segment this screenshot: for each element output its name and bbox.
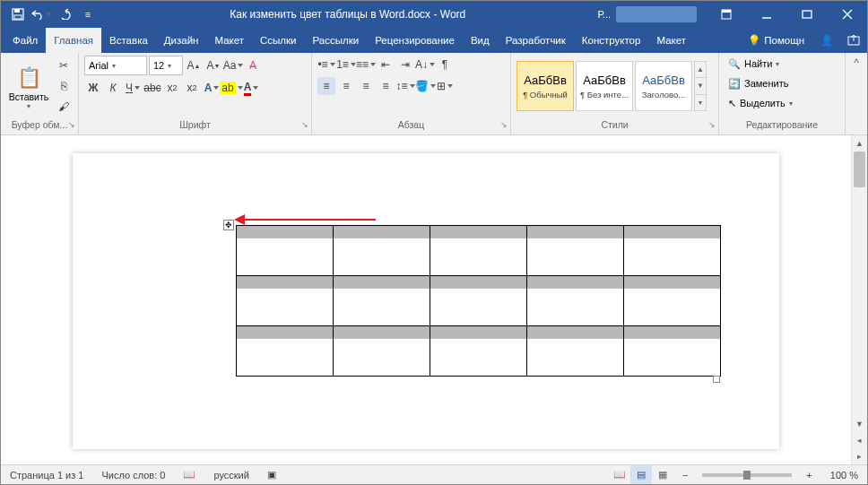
numbering-button[interactable]: 1≡: [337, 56, 355, 74]
select-label: Выделить: [740, 98, 786, 108]
tab-review[interactable]: Рецензирование: [367, 28, 463, 53]
styles-down[interactable]: ▼: [695, 78, 706, 94]
tab-table-layout[interactable]: Макет: [648, 28, 694, 53]
ribbon-display-options[interactable]: [706, 1, 746, 28]
font-family-combo[interactable]: Arial▾: [84, 56, 147, 75]
next-page-button[interactable]: ▸: [852, 448, 867, 464]
style-normal[interactable]: АаБбВв ¶ Обычный: [516, 61, 574, 111]
table-row[interactable]: [237, 276, 721, 326]
strikethrough-button[interactable]: abc: [143, 79, 161, 97]
style-preview: АаБбВв: [524, 74, 567, 87]
table-row[interactable]: [237, 226, 721, 276]
tab-design[interactable]: Дизайн: [156, 28, 207, 53]
bullets-button[interactable]: •≡: [317, 56, 335, 74]
copy-button[interactable]: ⎘: [55, 77, 73, 95]
language-indicator[interactable]: русский: [204, 470, 257, 481]
page-indicator[interactable]: Страница 1 из 1: [1, 470, 92, 481]
scroll-down-button[interactable]: ▼: [852, 416, 867, 432]
zoom-out-button[interactable]: −: [673, 470, 697, 481]
font-color-button[interactable]: A: [242, 79, 260, 97]
tab-insert[interactable]: Вставка: [101, 28, 156, 53]
style-heading1[interactable]: АаБбВв Заголово...: [635, 61, 692, 111]
document-area[interactable]: ✥: [1, 135, 851, 464]
share-button[interactable]: [840, 34, 867, 47]
scroll-thumb[interactable]: [854, 152, 865, 187]
grow-font-button[interactable]: A▲: [185, 56, 203, 74]
paste-button[interactable]: 📋 Вставить ▾: [6, 56, 51, 117]
tab-mailings[interactable]: Рассылки: [305, 28, 368, 53]
justify-button[interactable]: ≡: [377, 77, 395, 95]
align-center-button[interactable]: ≡: [337, 77, 355, 95]
maximize-button[interactable]: [786, 1, 827, 28]
save-button[interactable]: [8, 4, 28, 24]
word-count[interactable]: Число слов: 0: [92, 470, 174, 481]
font-size-combo[interactable]: 12▾: [149, 56, 183, 75]
shading-button[interactable]: 🪣: [416, 77, 434, 95]
table-resize-handle[interactable]: [713, 376, 720, 383]
shrink-font-button[interactable]: A▼: [204, 56, 222, 74]
styles-up[interactable]: ▲: [695, 62, 706, 78]
format-painter-button[interactable]: 🖌: [55, 98, 73, 116]
prev-page-button[interactable]: ◂: [852, 432, 867, 448]
tab-developer[interactable]: Разработчик: [498, 28, 574, 53]
bold-button[interactable]: Ж: [84, 79, 102, 97]
tab-view[interactable]: Вид: [463, 28, 498, 53]
underline-button[interactable]: Ч: [124, 79, 142, 97]
align-right-button[interactable]: ≡: [357, 77, 375, 95]
tab-table-design[interactable]: Конструктор: [574, 28, 649, 53]
close-button[interactable]: [827, 1, 867, 28]
subscript-button[interactable]: x2: [163, 79, 181, 97]
superscript-button[interactable]: x2: [183, 79, 201, 97]
font-launcher[interactable]: ↘: [301, 120, 308, 129]
styles-more[interactable]: ▾: [695, 95, 706, 110]
read-mode-button[interactable]: 📖: [609, 465, 630, 485]
replace-button[interactable]: 🔄Заменить: [725, 74, 839, 93]
redo-button[interactable]: [55, 4, 74, 24]
vertical-scrollbar[interactable]: ▲ ▼ ◂ ▸: [851, 135, 867, 464]
table-move-handle[interactable]: ✥: [223, 220, 234, 230]
decrease-indent-button[interactable]: ⇤: [377, 56, 395, 74]
clipboard-launcher[interactable]: ↘: [68, 120, 75, 129]
cut-button[interactable]: ✂: [55, 56, 73, 74]
text-effects-button[interactable]: A: [203, 79, 221, 97]
zoom-in-button[interactable]: +: [797, 470, 820, 481]
sort-button[interactable]: A↓: [416, 56, 434, 74]
zoom-slider[interactable]: [702, 473, 792, 477]
web-layout-button[interactable]: ▦: [652, 465, 673, 485]
tab-home[interactable]: Главная: [46, 28, 101, 53]
align-left-button[interactable]: ≡: [317, 77, 335, 95]
zoom-thumb[interactable]: [743, 471, 751, 480]
undo-button[interactable]: [31, 4, 51, 24]
italic-button[interactable]: К: [104, 79, 122, 97]
qat-customize[interactable]: ≡: [78, 4, 98, 24]
spellcheck-button[interactable]: 📖: [174, 469, 204, 481]
tab-file[interactable]: Файл: [4, 28, 46, 53]
group-paragraph: •≡ 1≡ ≡≡ ⇤ ⇥ A↓ ¶ ≡ ≡ ≡ ≡ ↕≡ 🪣 ⊞ Абзац↘: [312, 53, 511, 134]
highlight-button[interactable]: ab: [222, 79, 240, 97]
document-table[interactable]: [236, 225, 721, 377]
styles-launcher[interactable]: ↘: [708, 120, 716, 129]
change-case-button[interactable]: Aa: [224, 56, 242, 74]
tell-me[interactable]: 💡 Помощн: [739, 34, 813, 47]
table-row[interactable]: [237, 326, 721, 377]
account-area[interactable]: [616, 6, 697, 22]
collapse-ribbon-button[interactable]: ^: [846, 53, 867, 134]
zoom-level[interactable]: 100 %: [821, 470, 867, 481]
clear-formatting-button[interactable]: A̶: [244, 56, 262, 74]
macro-recording-button[interactable]: ▣: [258, 469, 285, 481]
increase-indent-button[interactable]: ⇥: [396, 56, 414, 74]
tab-references[interactable]: Ссылки: [252, 28, 305, 53]
account-icon[interactable]: 👤: [813, 34, 840, 47]
show-marks-button[interactable]: ¶: [436, 56, 454, 74]
line-spacing-button[interactable]: ↕≡: [396, 77, 414, 95]
minimize-button[interactable]: [746, 1, 786, 28]
tab-layout[interactable]: Макет: [206, 28, 252, 53]
print-layout-button[interactable]: ▤: [630, 465, 652, 485]
select-button[interactable]: ↖Выделить▾: [725, 93, 839, 113]
paragraph-launcher[interactable]: ↘: [500, 120, 508, 129]
scroll-up-button[interactable]: ▲: [852, 135, 867, 152]
multilevel-button[interactable]: ≡≡: [357, 56, 375, 74]
find-button[interactable]: 🔍Найти▾: [725, 54, 839, 74]
style-no-spacing[interactable]: АаБбВв ¶ Без инте...: [576, 61, 633, 111]
borders-button[interactable]: ⊞: [436, 77, 454, 95]
